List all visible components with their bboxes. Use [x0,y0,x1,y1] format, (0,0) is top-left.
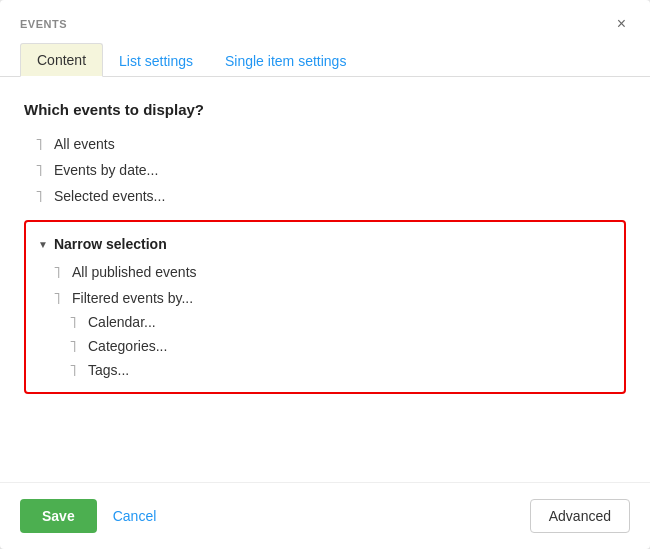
tab-content[interactable]: Content [20,43,103,77]
narrow-selection-header: ▼ Narrow selection [38,236,608,252]
option-all-events[interactable]: ˥ All events [32,136,626,152]
modal-title: EVENTS [20,18,67,30]
tab-bar: Content List settings Single item settin… [0,34,650,77]
radio-icon-filtered-events: ˥ [50,291,64,305]
narrow-sub-item-tags[interactable]: ˥ Tags... [66,362,608,378]
close-button[interactable]: × [613,14,630,34]
option-selected-events-label: Selected events... [54,188,165,204]
radio-icon-tags: ˥ [66,363,80,377]
narrow-sub-item-categories[interactable]: ˥ Categories... [66,338,608,354]
narrow-item-filtered-events-label: Filtered events by... [72,290,193,306]
tab-single-item-settings[interactable]: Single item settings [209,45,362,77]
narrow-item-all-published-label: All published events [72,264,197,280]
radio-icon-calendar: ˥ [66,315,80,329]
narrow-sub-item-categories-label: Categories... [88,338,167,354]
narrow-sub-item-tags-label: Tags... [88,362,129,378]
narrow-items-list: ˥ All published events ˥ Filtered events… [38,264,608,306]
radio-icon-selected-events: ˥ [32,189,46,203]
cancel-button[interactable]: Cancel [113,508,157,524]
section-question: Which events to display? [24,101,626,118]
option-selected-events[interactable]: ˥ Selected events... [32,188,626,204]
chevron-down-icon: ▼ [38,239,48,250]
option-events-by-date[interactable]: ˥ Events by date... [32,162,626,178]
advanced-button[interactable]: Advanced [530,499,630,533]
radio-icon-categories: ˥ [66,339,80,353]
tab-list-settings[interactable]: List settings [103,45,209,77]
narrow-sub-item-calendar-label: Calendar... [88,314,156,330]
radio-icon-events-by-date: ˥ [32,163,46,177]
option-all-events-label: All events [54,136,115,152]
footer-left-actions: Save Cancel [20,499,156,533]
radio-icon-all-published: ˥ [50,265,64,279]
event-options-list: ˥ All events ˥ Events by date... ˥ Selec… [24,136,626,204]
radio-icon-all-events: ˥ [32,137,46,151]
narrow-item-all-published[interactable]: ˥ All published events [50,264,608,280]
option-events-by-date-label: Events by date... [54,162,158,178]
narrow-selection-box: ▼ Narrow selection ˥ All published event… [24,220,626,394]
save-button[interactable]: Save [20,499,97,533]
modal-header: EVENTS × [0,0,650,34]
events-modal: EVENTS × Content List settings Single it… [0,0,650,549]
narrow-sub-items-list: ˥ Calendar... ˥ Categories... ˥ Tags... [38,314,608,378]
narrow-item-filtered-events[interactable]: ˥ Filtered events by... [50,290,608,306]
narrow-sub-item-calendar[interactable]: ˥ Calendar... [66,314,608,330]
narrow-selection-title: Narrow selection [54,236,167,252]
modal-body: Which events to display? ˥ All events ˥ … [0,77,650,482]
modal-footer: Save Cancel Advanced [0,482,650,549]
